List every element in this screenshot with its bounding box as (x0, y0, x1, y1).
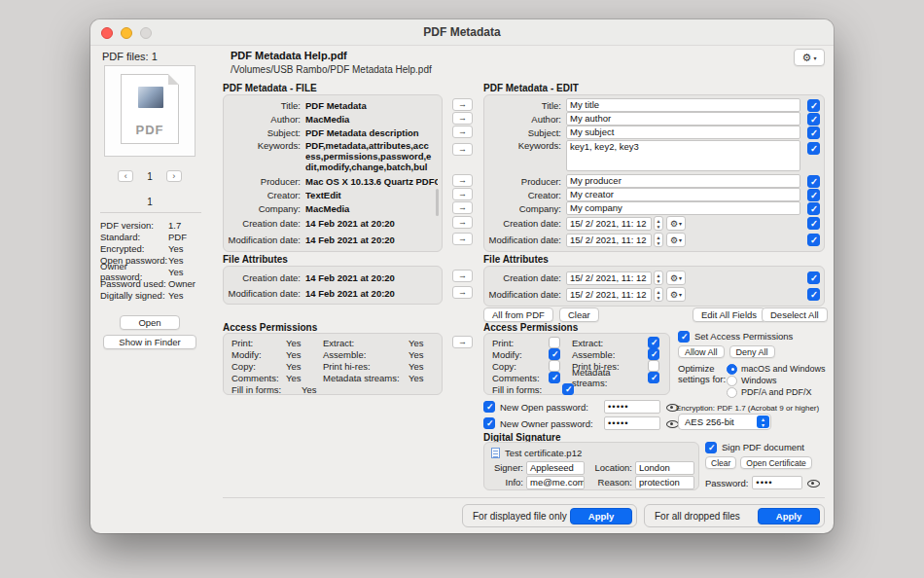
all-from-pdf-button[interactable]: All from PDF (483, 307, 553, 322)
subject-input[interactable]: My subject (566, 126, 800, 139)
modification-date-checkbox[interactable] (807, 234, 820, 246)
clear-certificate-button[interactable]: Clear (705, 456, 736, 469)
show-in-finder-button[interactable]: Show in Finder (103, 335, 196, 349)
print-permission-checkbox[interactable] (549, 337, 560, 348)
extract-permission-checkbox[interactable] (648, 337, 659, 348)
previous-page-button[interactable]: ‹ (118, 170, 133, 182)
radio-pdfa-pdfx[interactable] (727, 387, 737, 398)
deny-all-button[interactable]: Deny All (729, 345, 775, 358)
copy-subject-arrow-button[interactable]: → (452, 126, 473, 138)
modify-permission-checkbox[interactable] (549, 348, 560, 360)
attr-modification-date-checkbox[interactable] (807, 288, 820, 301)
signer-input[interactable]: Appleseed (526, 461, 585, 475)
company-input[interactable]: My company (566, 201, 800, 215)
show-certificate-password-eye-icon[interactable] (806, 477, 819, 489)
print-hires-permission-checkbox[interactable] (648, 360, 659, 372)
date-options-button[interactable] (666, 216, 686, 231)
date-options-button[interactable] (666, 233, 686, 247)
copy-title-arrow-button[interactable]: → (452, 98, 473, 111)
copy-creator-arrow-button[interactable]: → (452, 188, 473, 200)
file-permissions-section-title: Access Permissions (223, 322, 317, 333)
attr-creation-date-input[interactable]: 15/ 2/ 2021, 11: 12 (566, 271, 652, 285)
edit-all-fields-button[interactable]: Edit All Fields (693, 307, 765, 322)
attr-creation-date-checkbox[interactable] (807, 271, 820, 284)
dropdown-arrows-icon (757, 415, 769, 428)
show-owner-password-eye-icon[interactable] (665, 417, 678, 430)
certificate-password-input[interactable]: •••• (752, 476, 802, 489)
copy-attr-creation-date-arrow-button[interactable]: → (452, 270, 473, 282)
modification-date-input[interactable]: 15/ 2/ 2021, 11: 12 (566, 234, 652, 247)
metadata-streams-permission-checkbox[interactable] (648, 372, 659, 383)
keywords-input[interactable]: key1, key2, key3 (566, 140, 800, 171)
copy-attr-modification-date-arrow-button[interactable]: → (452, 286, 473, 299)
date-stepper[interactable] (654, 271, 663, 285)
title-field-checkbox[interactable] (807, 99, 820, 112)
titlebar[interactable]: PDF Metadata (90, 19, 834, 46)
copy-producer-arrow-button[interactable]: → (452, 174, 473, 187)
perm-value: Yes (286, 349, 323, 360)
new-owner-password-checkbox[interactable] (483, 417, 495, 429)
copy-modification-date-arrow-button[interactable]: → (452, 233, 473, 245)
info-input[interactable]: me@me.com (526, 476, 585, 489)
comments-permission-checkbox[interactable] (549, 372, 560, 383)
open-certificate-button[interactable]: Open Certificate (740, 456, 811, 469)
radio-windows[interactable] (727, 376, 737, 386)
copy-company-arrow-button[interactable]: → (452, 201, 473, 214)
edit-permissions-section-title: Access Permissions (483, 322, 578, 333)
new-owner-password-input[interactable]: ••••• (604, 416, 660, 430)
close-window-button[interactable] (101, 27, 113, 39)
date-stepper[interactable] (654, 287, 663, 302)
sign-pdf-document-checkbox[interactable] (705, 442, 717, 453)
creator-field-checkbox[interactable] (807, 189, 820, 201)
next-page-button[interactable]: › (166, 170, 182, 182)
open-button[interactable]: Open (120, 315, 180, 330)
new-open-password-checkbox[interactable] (483, 401, 495, 413)
company-field-checkbox[interactable] (807, 202, 820, 215)
apply-displayed-button[interactable]: Apply (570, 508, 632, 524)
date-stepper[interactable] (654, 233, 663, 247)
author-input[interactable]: My author (566, 112, 800, 126)
apply-all-button[interactable]: Apply (758, 508, 820, 524)
copy-permissions-arrow-button[interactable]: → (452, 336, 473, 348)
keywords-scrollbar[interactable] (436, 189, 439, 216)
fill-in-forms-permission-checkbox[interactable] (562, 383, 574, 395)
perm-label: Comments: (492, 373, 549, 383)
copy-creation-date-arrow-button[interactable]: → (452, 216, 473, 229)
new-open-password-input[interactable]: ••••• (604, 400, 660, 414)
encryption-type-dropdown[interactable]: AES 256-bit (678, 414, 771, 430)
copy-author-arrow-button[interactable]: → (452, 112, 473, 125)
deselect-all-button[interactable]: Deselect All (762, 307, 828, 322)
creator-input[interactable]: My creator (566, 188, 800, 201)
reason-input[interactable]: protection (635, 476, 694, 489)
creation-date-input[interactable]: 15/ 2/ 2021, 11: 12 (566, 217, 652, 231)
allow-all-button[interactable]: Allow All (678, 345, 725, 358)
title-input[interactable]: My title (566, 98, 800, 112)
assemble-permission-checkbox[interactable] (648, 348, 659, 360)
location-input[interactable]: London (635, 461, 694, 475)
pdf-preview-well[interactable]: PDF (104, 65, 195, 157)
creation-date-checkbox[interactable] (807, 217, 820, 230)
producer-input[interactable]: My producer (566, 174, 800, 188)
digital-signature-box: Test certificate.p12 Signer: Appleseed L… (483, 442, 699, 490)
subject-field-checkbox[interactable] (807, 126, 820, 139)
zoom-window-button[interactable] (140, 27, 152, 39)
perm-value: Yes (409, 373, 434, 383)
attr-modification-date-input[interactable]: 15/ 2/ 2021, 11: 12 (566, 288, 652, 302)
copy-keywords-arrow-button[interactable]: → (452, 143, 473, 156)
keywords-field-checkbox[interactable] (807, 142, 820, 155)
radio-label: PDF/A and PDF/X (741, 387, 812, 397)
settings-menu-button[interactable]: ⚙ ▾ (794, 49, 825, 66)
clear-fields-button[interactable]: Clear (559, 307, 599, 322)
date-stepper[interactable] (654, 216, 663, 231)
file-attr-row: Creation date:14 Feb 2021 at 20:20 (228, 270, 438, 285)
copy-permission-checkbox[interactable] (549, 360, 560, 372)
author-field-checkbox[interactable] (807, 113, 820, 126)
producer-field-checkbox[interactable] (807, 175, 820, 188)
minimize-window-button[interactable] (121, 27, 132, 39)
file-meta-value: 14 Feb 2021 at 20:20 (305, 218, 438, 229)
main-panel: PDF Metadata Help.pdf /Volumes/USB Rambo… (209, 47, 834, 533)
date-options-button[interactable] (666, 287, 686, 302)
set-access-permissions-checkbox[interactable] (678, 331, 690, 343)
date-options-button[interactable] (666, 271, 686, 285)
radio-macos-and-windows[interactable] (727, 364, 737, 375)
